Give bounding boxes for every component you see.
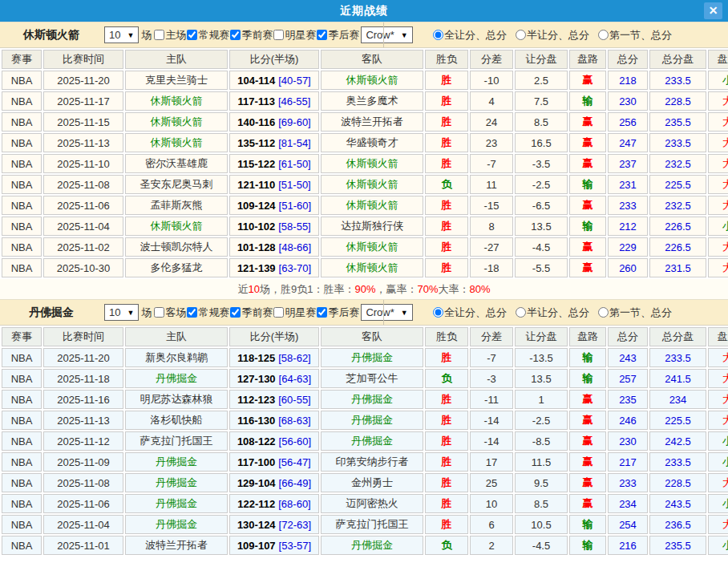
column-header-win-loss: 胜负 (425, 327, 468, 346)
radio-full-handicap-total[interactable] (433, 307, 443, 318)
checkbox-label-playoffs: 季后赛 (328, 306, 359, 320)
games-count-suffix: 场 (141, 28, 152, 43)
total-line-cell: 241.5 (649, 369, 706, 388)
point-diff-cell: -18 (470, 258, 513, 277)
win-loss-cell: 胜 (425, 411, 468, 430)
table-row: NBA2025-11-18丹佛掘金127-130[64-63]芝加哥公牛负-31… (2, 369, 728, 388)
table-row: NBA2025-11-01波特兰开拓者109-107[53-57]丹佛掘金负2-… (2, 536, 728, 555)
half-score: [66-49] (279, 477, 311, 489)
point-diff-cell: 2 (470, 536, 513, 555)
over-under-cell: 小 (708, 431, 728, 451)
league-cell: NBA (2, 473, 42, 492)
close-button[interactable]: ✕ (704, 2, 722, 19)
date-cell: 2025-11-06 (43, 494, 123, 513)
checkbox-regular-season[interactable] (187, 30, 197, 40)
checkbox-home-games[interactable] (154, 30, 164, 40)
handicap-result-cell: 赢 (569, 494, 606, 513)
full-score: 127-130 (237, 373, 276, 385)
checkbox-preseason[interactable] (230, 307, 241, 318)
full-score: 115-122 (237, 158, 275, 170)
checkbox-label-regular-season: 常规赛 (198, 28, 229, 43)
filter-bar: 丹佛掘金10▼场客场常规赛季前赛明星赛季后赛Crow*▼全让分、总分半让分、总分… (0, 299, 728, 326)
point-diff-cell: 24 (470, 112, 513, 132)
handicap-result-cell: 输 (569, 175, 606, 194)
date-cell: 2025-11-09 (43, 452, 123, 472)
win-loss-cell: 胜 (425, 348, 468, 367)
table-row: NBA2025-11-06孟菲斯灰熊109-124[51-60]休斯顿火箭胜-1… (2, 196, 728, 215)
radio-item-full-handicap-total: 全让分、总分 (432, 28, 507, 43)
radio-label-full-handicap-total: 全让分、总分 (444, 28, 507, 43)
home-team-cell: 丹佛掘金 (125, 473, 228, 492)
total-line-cell: 233.5 (649, 133, 706, 152)
date-cell: 2025-11-20 (43, 348, 123, 367)
radio-item-first-quarter-total: 第一节、总分 (597, 28, 672, 43)
win-loss-cell: 胜 (425, 515, 468, 534)
half-score: [48-66] (279, 241, 311, 253)
league-cell: NBA (2, 154, 42, 173)
checkbox-playoffs[interactable] (317, 307, 327, 318)
away-team-cell: 休斯顿火箭 (321, 258, 423, 277)
column-header-handicap-line: 让分盘 (515, 327, 568, 346)
column-header-away-team: 客队 (321, 50, 423, 69)
point-diff-cell: 8 (470, 217, 513, 236)
score-cell: 122-112[68-60] (229, 494, 319, 513)
summary-stat-value: 80% (469, 283, 490, 295)
handicap-line-cell: 13.5 (515, 369, 568, 388)
table-row: NBA2025-11-04休斯顿火箭110-102[58-55]达拉斯独行侠胜8… (2, 217, 728, 236)
radio-label-full-handicap-total: 全让分、总分 (444, 306, 507, 320)
half-score: [68-60] (278, 498, 310, 510)
league-cell: NBA (2, 217, 42, 236)
total-line-cell: 234 (649, 390, 706, 409)
handicap-line-cell: -2.5 (515, 175, 568, 194)
games-count-select-value: 10 (109, 29, 120, 41)
handicap-line-cell: -8.5 (515, 431, 568, 451)
table-row: NBA2025-11-13洛杉矶快船116-130[68-63]丹佛掘金胜-14… (2, 411, 728, 430)
away-team-cell: 波特兰开拓者 (321, 112, 423, 132)
handicap-line-cell: 2.5 (515, 71, 568, 90)
league-cell: NBA (2, 431, 42, 451)
win-loss-cell: 负 (425, 536, 468, 555)
league-cell: NBA (2, 536, 42, 555)
table-row: NBA2025-11-08圣安东尼奥马刺121-110[51-50]休斯顿火箭负… (2, 175, 728, 194)
score-cell: 130-124[72-63] (229, 515, 319, 534)
home-team-cell: 克里夫兰骑士 (125, 71, 228, 90)
over-under-cell: 大 (708, 91, 728, 111)
checkbox-allstar[interactable] (273, 30, 284, 40)
checkbox-regular-season[interactable] (187, 307, 197, 318)
checkbox-allstar[interactable] (273, 307, 284, 318)
games-count-select[interactable]: 10▼ (104, 26, 139, 43)
away-team-cell: 金州勇士 (321, 473, 423, 492)
win-loss-cell: 胜 (425, 91, 468, 111)
radio-half-handicap-total[interactable] (516, 307, 526, 318)
full-score: 110-102 (237, 221, 275, 233)
column-header-home-team: 主队 (125, 327, 228, 346)
handicap-line-cell: 8.5 (515, 494, 568, 513)
over-under-cell: 大 (708, 473, 728, 492)
table-row: NBA2025-11-20克里夫兰骑士104-114[40-57]休斯顿火箭胜-… (2, 71, 728, 90)
checkbox-preseason[interactable] (230, 30, 241, 40)
total-line-cell: 226.5 (649, 217, 706, 236)
table-row: NBA2025-11-16明尼苏达森林狼112-123[60-55]丹佛掘金胜-… (2, 390, 728, 409)
home-team-cell: 休斯顿火箭 (125, 91, 228, 111)
handicap-result-cell: 赢 (569, 133, 606, 152)
half-score: [46-55] (278, 95, 310, 107)
league-cell: NBA (2, 196, 42, 215)
radio-first-quarter-total[interactable] (598, 307, 609, 318)
over-under-cell: 小 (708, 494, 728, 513)
over-under-cell: 大 (708, 348, 728, 367)
handicap-line-cell: 10.5 (515, 515, 568, 534)
radio-half-handicap-total[interactable] (516, 30, 526, 40)
total-points-cell: 233 (608, 473, 648, 492)
date-cell: 2025-11-15 (43, 112, 123, 132)
column-header-point-diff: 分差 (470, 327, 513, 346)
home-team-cell: 孟菲斯灰熊 (125, 196, 228, 215)
win-loss-cell: 胜 (425, 431, 468, 451)
handicap-result-cell: 赢 (569, 237, 606, 257)
checkbox-label-home-games: 主场 (165, 28, 186, 43)
games-count-select[interactable]: 10▼ (104, 304, 139, 321)
date-cell: 2025-11-16 (43, 390, 123, 409)
radio-full-handicap-total[interactable] (433, 30, 443, 40)
radio-first-quarter-total[interactable] (598, 30, 609, 40)
checkbox-away-games[interactable] (154, 307, 164, 318)
checkbox-playoffs[interactable] (317, 30, 327, 40)
